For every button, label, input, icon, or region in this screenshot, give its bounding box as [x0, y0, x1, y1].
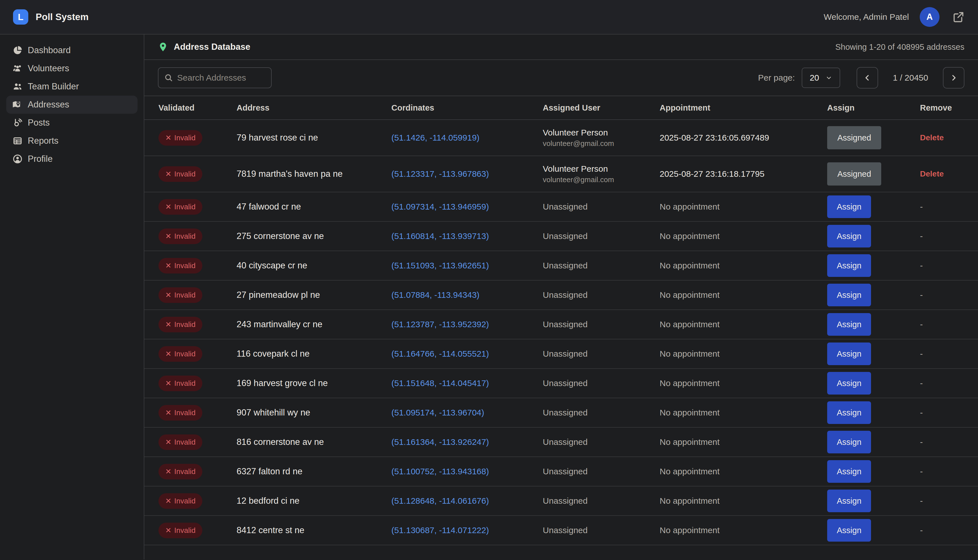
status-badge: ✕ Invalid: [159, 435, 202, 450]
assigned-button[interactable]: Assigned: [827, 126, 881, 149]
sidebar-item-label: Addresses: [28, 100, 69, 110]
main-content: Address Database Showing 1-20 of 408995 …: [144, 35, 978, 560]
address-cell: 40 cityscape cr ne: [237, 260, 391, 271]
validated-cell: ✕ Invalid: [159, 493, 237, 509]
appointment-cell: No appointment: [660, 320, 827, 329]
validated-cell: ✕ Invalid: [159, 435, 237, 450]
sidebar-item-posts[interactable]: Posts: [6, 114, 137, 132]
coordinates-link[interactable]: (51.161364, -113.926247): [391, 437, 489, 447]
column-assign: Assign: [827, 103, 920, 113]
coordinates-link[interactable]: (51.164766, -114.055521): [391, 349, 489, 358]
assign-button[interactable]: Assign: [827, 490, 871, 512]
table-row: ✕ Invalid 275 cornerstone av ne (51.1608…: [144, 222, 978, 251]
validated-cell: ✕ Invalid: [159, 464, 237, 479]
sidebar-item-team-builder[interactable]: Team Builder: [6, 77, 137, 96]
assign-button[interactable]: Assign: [827, 343, 871, 365]
per-page-value: 20: [809, 73, 819, 83]
coordinates-link[interactable]: (51.130687, -114.071222): [391, 525, 489, 535]
assigned-user-cell: Unassigned: [543, 349, 660, 358]
appointment-cell: No appointment: [660, 202, 827, 212]
coordinates-link[interactable]: (51.095174, -113.96704): [391, 408, 484, 417]
assign-cell: Assign: [827, 254, 920, 277]
coordinates-link[interactable]: (51.151648, -114.045417): [391, 378, 489, 388]
per-page-select[interactable]: 20: [802, 68, 840, 88]
table-row: ✕ Invalid 7819 martha's haven pa ne (51.…: [144, 156, 978, 192]
assigned-button[interactable]: Assigned: [827, 162, 881, 185]
person-circle-icon: [12, 154, 23, 164]
sidebar-item-label: Volunteers: [28, 63, 69, 73]
address-cell: 6327 falton rd ne: [237, 467, 391, 477]
x-icon: ✕: [165, 467, 172, 476]
search-input[interactable]: [177, 73, 265, 83]
x-icon: ✕: [165, 203, 172, 211]
external-link-icon[interactable]: [952, 10, 965, 23]
status-badge: ✕ Invalid: [159, 405, 202, 420]
assign-button[interactable]: Assign: [827, 195, 871, 218]
coordinates-link[interactable]: (51.097314, -113.946959): [391, 202, 489, 211]
coordinates-link[interactable]: (51.160814, -113.939713): [391, 232, 489, 241]
sidebar-item-profile[interactable]: Profile: [6, 150, 137, 168]
coordinates-link[interactable]: (51.123787, -113.952392): [391, 320, 489, 329]
validated-cell: ✕ Invalid: [159, 287, 237, 303]
x-icon: ✕: [165, 438, 172, 447]
prev-page-button[interactable]: [856, 67, 878, 88]
delete-link[interactable]: Delete: [920, 169, 944, 178]
assign-button[interactable]: Assign: [827, 401, 871, 424]
table-row: ✕ Invalid 116 covepark cl ne (51.164766,…: [144, 339, 978, 369]
showing-count: Showing 1-20 of 408995 addresses: [835, 42, 965, 52]
assigned-user-cell: Unassigned: [543, 467, 660, 476]
remove-cell: -: [920, 437, 978, 447]
assign-button[interactable]: Assign: [827, 284, 871, 306]
validated-cell: ✕ Invalid: [159, 523, 237, 538]
remove-cell: -: [920, 349, 978, 358]
delete-link[interactable]: Delete: [920, 133, 944, 142]
x-icon: ✕: [165, 170, 172, 178]
appointment-cell: No appointment: [660, 408, 827, 417]
map-icon: [12, 100, 23, 110]
x-icon: ✕: [165, 320, 172, 329]
status-badge: ✕ Invalid: [159, 287, 202, 303]
appointment-cell: No appointment: [660, 290, 827, 300]
sidebar-item-dashboard[interactable]: Dashboard: [6, 41, 137, 59]
assign-button[interactable]: Assign: [827, 254, 871, 277]
validated-cell: ✕ Invalid: [159, 346, 237, 362]
table-row: ✕ Invalid 6327 falton rd ne (51.100752, …: [144, 457, 978, 487]
assign-button[interactable]: Assign: [827, 519, 871, 542]
remove-dash: -: [920, 378, 923, 388]
appointment-cell: No appointment: [660, 525, 827, 535]
sidebar-item-reports[interactable]: Reports: [6, 132, 137, 150]
assign-button[interactable]: Assign: [827, 225, 871, 247]
x-icon: ✕: [165, 408, 172, 417]
chevron-right-icon: [950, 73, 958, 82]
validated-cell: ✕ Invalid: [159, 228, 237, 244]
assign-button[interactable]: Assign: [827, 313, 871, 336]
address-cell: 907 whitehill wy ne: [237, 408, 391, 418]
assign-button[interactable]: Assign: [827, 372, 871, 395]
appointment-cell: No appointment: [660, 261, 827, 270]
remove-dash: -: [920, 349, 923, 358]
next-page-button[interactable]: [943, 67, 965, 88]
avatar[interactable]: A: [920, 7, 940, 27]
coordinates-link[interactable]: (51.123317, -113.967863): [391, 169, 489, 178]
assign-button[interactable]: Assign: [827, 460, 871, 483]
assign-button[interactable]: Assign: [827, 431, 871, 453]
coordinates-link[interactable]: (51.07884, -113.94343): [391, 290, 479, 300]
sidebar-item-volunteers[interactable]: Volunteers: [6, 59, 137, 77]
assigned-user-cell: Unassigned: [543, 232, 660, 241]
assigned-user-cell: Volunteer Person volunteer@gmail.com: [543, 164, 660, 184]
x-icon: ✕: [165, 379, 172, 388]
remove-cell: Delete: [920, 169, 978, 178]
coordinates-link[interactable]: (51.128648, -114.061676): [391, 496, 489, 505]
address-cell: 169 harvest grove cl ne: [237, 378, 391, 388]
status-badge: ✕ Invalid: [159, 199, 202, 215]
coordinates-link[interactable]: (51.1426, -114.059919): [391, 133, 479, 142]
table-row: ✕ Invalid 27 pinemeadow pl ne (51.07884,…: [144, 280, 978, 310]
blog-icon: [12, 118, 23, 128]
appointment-cell: No appointment: [660, 349, 827, 358]
coordinates-link[interactable]: (51.100752, -113.943168): [391, 467, 489, 476]
table-row: ✕ Invalid 243 martinvalley cr ne (51.123…: [144, 310, 978, 339]
sidebar-item-addresses[interactable]: Addresses: [6, 96, 137, 114]
table-row: ✕ Invalid 79 harvest rose ci ne (51.1426…: [144, 120, 978, 156]
chevron-left-icon: [863, 73, 871, 82]
coordinates-link[interactable]: (51.151093, -113.962651): [391, 261, 489, 270]
